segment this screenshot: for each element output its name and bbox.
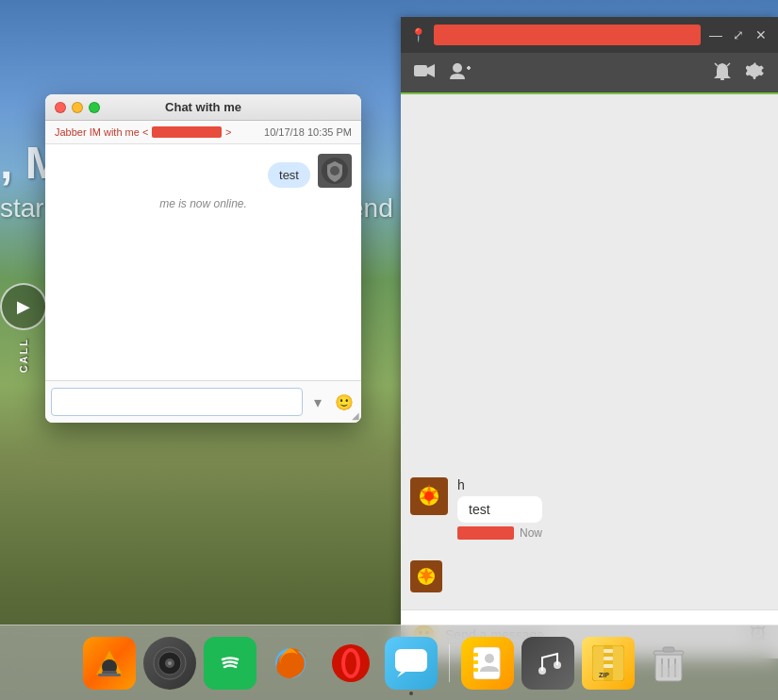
msg-toolbar [401,53,778,94]
messaging-panel: 📍 — ⤢ ✕ [401,17,778,658]
dock-item-spotify[interactable] [204,637,257,690]
desktop-text-start: star [0,193,44,224]
chat-window-title: Chat with me [165,100,241,114]
dock-separator [449,644,450,682]
minimize-title-button[interactable]: — [708,27,723,42]
minimize-button[interactable] [72,102,83,113]
msg-titlebar: 📍 — ⤢ ✕ [401,17,778,53]
svg-text:ZIP: ZIP [599,672,609,678]
svg-rect-40 [604,649,613,653]
titlebar-controls: — ⤢ ✕ [708,27,769,42]
dock-item-contacts[interactable] [461,637,514,690]
received-text-h: h [457,477,542,492]
received-message-body: h test Now [457,477,542,540]
received-text-test: test [457,496,542,523]
sender-avatar [318,154,352,188]
svg-rect-28 [395,649,427,672]
system-message: me is now online. [55,197,352,210]
close-button[interactable] [55,102,66,113]
call-button[interactable]: ▶ CALL [0,255,47,401]
chat-header-info: Jabber IM with me < > 10/17/18 10:35 PM [45,121,361,144]
svg-point-36 [538,667,546,675]
sent-message-row: test [55,154,352,188]
resize-handle: ◢ [352,410,359,421]
msg-title-redacted [434,25,701,45]
dock-messages-indicator [409,692,413,695]
emoji-dropdown-button[interactable]: ▾ [306,391,329,413]
chat-header-prefix: Jabber IM with me < [55,126,148,138]
chat-timestamp: 10/17/18 10:35 PM [264,126,352,138]
dock-item-itunes-cd[interactable] [143,637,196,690]
pin-icon: 📍 [410,27,426,42]
add-person-icon[interactable] [450,62,471,84]
svg-point-1 [330,166,339,175]
close-title-button[interactable]: ✕ [753,27,769,42]
svg-rect-2 [414,65,427,76]
second-avatar [410,560,442,592]
received-avatar [410,477,448,515]
chat-header-suffix: > [225,126,231,138]
dock-item-firefox[interactable] [264,637,317,690]
svg-rect-41 [604,657,613,660]
received-time-now: Now [520,526,542,540]
video-icon: ▶ [17,296,30,317]
svg-rect-32 [473,660,478,664]
bell-icon[interactable] [714,61,731,85]
dock: ZIP [0,625,778,700]
svg-rect-31 [473,653,478,657]
maximize-button[interactable] [89,102,100,113]
svg-rect-18 [98,674,121,676]
call-circle-icon: ▶ [0,283,47,330]
svg-rect-46 [663,647,674,652]
video-camera-icon[interactable] [414,63,435,83]
chat-titlebar: Chat with me [45,94,361,121]
dock-item-music[interactable] [521,637,574,690]
settings-icon[interactable] [746,61,765,85]
svg-point-12 [424,492,434,501]
dock-item-opera[interactable] [324,637,377,690]
call-label: CALL [18,338,29,373]
svg-line-7 [715,63,718,66]
second-avatar-row [410,557,769,592]
svg-point-3 [453,63,462,73]
dock-item-vlc[interactable] [83,637,136,690]
sent-message-bubble: test [268,162,310,188]
svg-point-37 [554,661,561,669]
svg-point-22 [168,661,172,665]
svg-rect-33 [473,668,478,672]
dock-item-archive[interactable]: ZIP [582,637,635,690]
chat-window: Chat with me Jabber IM with me < > 10/17… [45,94,361,423]
svg-point-27 [345,652,356,675]
dock-item-trash[interactable] [642,637,695,690]
chat-input-area: ▾ 🙂 ◢ [45,380,361,423]
svg-line-8 [727,63,730,66]
maximize-title-button[interactable]: ⤢ [731,27,746,42]
chat-header-redacted [152,126,222,138]
svg-point-34 [485,654,494,663]
chat-input[interactable] [51,388,303,416]
dock-item-messages[interactable] [385,637,438,690]
msg-content-area: h test Now [401,94,778,609]
svg-rect-42 [604,664,613,668]
time-redacted [457,526,514,540]
received-time-row: Now [457,526,542,540]
received-message-row: h test Now [410,477,769,540]
chat-messages-area: test me is now online. [45,144,361,380]
svg-point-23 [215,648,245,678]
window-controls [55,102,100,113]
